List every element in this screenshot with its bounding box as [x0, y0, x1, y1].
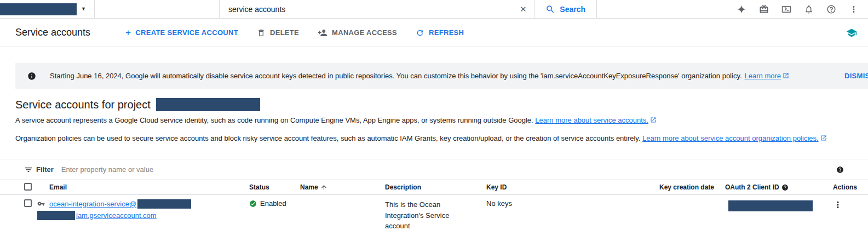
- email-cell: ocean-integration-service@ iam.gservicea…: [37, 199, 191, 221]
- more-vert-icon: [849, 4, 859, 14]
- banner-learn-more-label: Learn more: [745, 72, 781, 80]
- search-button[interactable]: Search: [534, 0, 596, 18]
- learn-more-service-accounts-link[interactable]: Learn more about service accounts.: [535, 116, 657, 124]
- delete-label: DELETE: [270, 28, 299, 37]
- column-header-key-id: Key ID: [486, 180, 507, 194]
- search-icon: [545, 4, 555, 14]
- page-toolbar: Service accounts + CREATE SERVICE ACCOUN…: [0, 19, 868, 47]
- column-header-email: Email: [49, 180, 67, 194]
- cloud-shell-button[interactable]: [775, 0, 797, 18]
- column-header-oauth-client-id: OAuth 2 Client ID: [725, 180, 789, 194]
- filter-icon: [24, 165, 33, 174]
- intro-text: A service account represents a Google Cl…: [15, 116, 533, 124]
- key-id-cell: No keys: [486, 199, 512, 208]
- oauth-client-id-redaction: [728, 200, 813, 211]
- search-button-label: Search: [560, 5, 585, 14]
- refresh-label: REFRESH: [429, 28, 464, 37]
- create-service-account-button[interactable]: + CREATE SERVICE ACCOUNT: [125, 28, 238, 37]
- cloud-shell-icon: [781, 4, 791, 14]
- sort-ascending-icon: [320, 184, 327, 191]
- refresh-button[interactable]: REFRESH: [416, 28, 464, 37]
- topbar-icons: [730, 0, 865, 18]
- learn-more-org-policies-link[interactable]: Learn more about service account organiz…: [642, 134, 827, 142]
- external-link-icon: [650, 117, 657, 123]
- banner-message: Starting June 16, 2024, Google will auto…: [50, 72, 742, 80]
- column-header-name[interactable]: Name: [300, 180, 327, 194]
- plus-icon: +: [125, 28, 131, 37]
- close-icon: ✕: [520, 4, 527, 14]
- caret-down-icon: ▼: [81, 7, 86, 11]
- create-service-account-label: CREATE SERVICE ACCOUNT: [135, 28, 238, 37]
- topbar: ▼ ✕ Search: [0, 0, 868, 19]
- gemini-sparkle-icon: [737, 4, 746, 14]
- account-menu-button[interactable]: [842, 0, 865, 18]
- oauth-help-icon[interactable]: [781, 184, 789, 191]
- clear-search-button[interactable]: ✕: [512, 0, 534, 18]
- search-input[interactable]: [220, 0, 512, 18]
- info-icon: [27, 72, 36, 80]
- service-accounts-table: Filter Email Status Name Description Key…: [0, 159, 868, 236]
- service-account-email-link[interactable]: ocean-integration-service@: [49, 199, 136, 209]
- page-title: Service accounts: [15, 27, 90, 38]
- email-domain-redaction: [137, 199, 191, 209]
- project-name-redaction-heading: [156, 98, 260, 111]
- info-banner: Starting June 16, 2024, Google will auto…: [15, 63, 868, 89]
- service-account-domain-link[interactable]: iam.gserviceaccount.com: [76, 210, 157, 221]
- filter-label[interactable]: Filter: [36, 165, 54, 174]
- intro-paragraph: A service account represents a Google Cl…: [15, 116, 657, 124]
- table-header-row: Email Status Name Description Key ID Key…: [0, 180, 868, 195]
- org-policy-text: Organization policies can be used to sec…: [15, 134, 640, 142]
- org-policy-paragraph: Organization policies can be used to sec…: [15, 134, 827, 142]
- status-text: Enabled: [260, 199, 286, 208]
- column-header-actions: Actions: [833, 180, 857, 194]
- delete-button[interactable]: DELETE: [257, 28, 299, 37]
- filter-bar: Filter: [0, 159, 868, 180]
- service-account-key-icon: [37, 200, 45, 208]
- email-domain-redaction: [37, 211, 75, 220]
- status-cell: Enabled: [249, 199, 286, 208]
- manage-access-icon: [318, 28, 327, 38]
- project-name-redaction: [0, 3, 77, 15]
- column-header-description: Description: [385, 180, 421, 194]
- filter-help-button[interactable]: [836, 166, 844, 174]
- gift-icon: [759, 4, 769, 14]
- section-heading: Service accounts for project: [15, 98, 260, 111]
- status-enabled-icon: [249, 200, 257, 208]
- search-bar: ✕ Search: [219, 0, 597, 18]
- learn-more-service-accounts-label: Learn more about service accounts.: [535, 116, 648, 124]
- table-row: ocean-integration-service@ iam.gservicea…: [0, 195, 868, 236]
- select-all-checkbox[interactable]: [24, 183, 32, 191]
- dismiss-button[interactable]: DISMISS: [839, 63, 868, 89]
- notifications-bell-icon: [804, 4, 814, 14]
- delete-icon: [257, 28, 266, 37]
- banner-learn-more-link[interactable]: Learn more: [745, 72, 789, 80]
- external-link-icon: [820, 135, 827, 141]
- gemini-button[interactable]: [730, 0, 752, 18]
- manage-access-label: MANAGE ACCESS: [332, 28, 397, 37]
- column-header-key-creation-date: Key creation date: [659, 180, 714, 194]
- external-link-icon: [783, 72, 789, 79]
- more-vert-icon: [833, 200, 843, 210]
- filter-input[interactable]: [61, 165, 830, 174]
- description-cell: This is the Ocean Integration's Service …: [385, 199, 458, 232]
- row-checkbox[interactable]: [24, 199, 32, 207]
- refresh-icon: [416, 28, 424, 37]
- help-button[interactable]: [820, 0, 842, 18]
- learn-panel-button[interactable]: [844, 25, 859, 41]
- row-actions-button[interactable]: [830, 197, 846, 212]
- project-selector[interactable]: ▼: [0, 0, 95, 18]
- free-trial-button[interactable]: [752, 0, 775, 18]
- notifications-button[interactable]: [797, 0, 820, 18]
- manage-access-button[interactable]: MANAGE ACCESS: [318, 28, 397, 38]
- filter-help-icon: [836, 166, 844, 174]
- column-header-status: Status: [249, 180, 269, 194]
- learn-more-org-policies-label: Learn more about service account organiz…: [642, 134, 819, 142]
- help-icon: [826, 4, 836, 14]
- section-heading-text: Service accounts for project: [15, 99, 151, 111]
- learn-panel-icon: [846, 27, 857, 38]
